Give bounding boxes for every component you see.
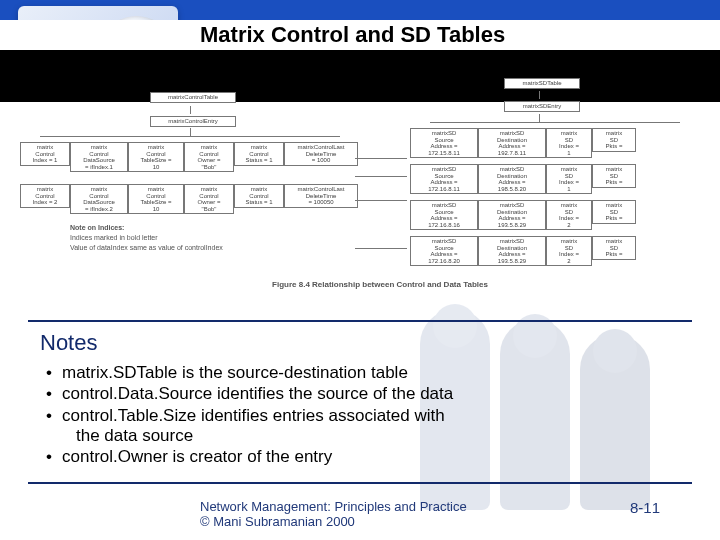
footer-credits: Network Management: Principles and Pract… bbox=[200, 499, 467, 530]
notes-heading: Notes bbox=[40, 330, 680, 356]
ctrl-r2-datasource: matrixControlDataSource= ifIndex.2 bbox=[70, 184, 128, 214]
header-black-band bbox=[0, 50, 720, 102]
connector-line bbox=[355, 248, 407, 249]
sd-r4-pkts: matrixSDPkts = bbox=[592, 236, 636, 260]
diagram-note-heading: Note on Indices: bbox=[70, 224, 270, 231]
connector-line bbox=[539, 114, 540, 122]
ctrl-r1-index: matrixControlIndex = 1 bbox=[20, 142, 70, 166]
ctrl-r1-datasource: matrixControlDataSource= ifIndex.1 bbox=[70, 142, 128, 172]
ctrl-r2-lastdelete: matrixControlLastDeleteTime= 100050 bbox=[284, 184, 358, 208]
connector-line bbox=[355, 200, 407, 201]
connector-line bbox=[190, 106, 191, 114]
notes-list: control.Owner is creator of the entry bbox=[40, 446, 680, 467]
sd-r4-src: matrixSDSourceAddress =172.16.8.20 bbox=[410, 236, 478, 266]
diagram-note-line: Indices marked in bold letter bbox=[70, 234, 290, 241]
label-matrixcontroltable: matrixControlTable bbox=[150, 92, 236, 103]
page-title: Matrix Control and SD Tables bbox=[200, 22, 505, 48]
notes-list: matrix.SDTable is the source-destination… bbox=[40, 362, 680, 426]
sd-r1-idx: matrixSDIndex =1 bbox=[546, 128, 592, 158]
ctrl-r2-owner: matrixControlOwner ="Bob" bbox=[184, 184, 234, 214]
sd-r2-dst: matrixSDDestinationAddress =198.5.8.20 bbox=[478, 164, 546, 194]
sd-r1-src: matrixSDSourceAddress =172.15.8.11 bbox=[410, 128, 478, 158]
label-matrixcontrolentry: matrixControlEntry bbox=[150, 116, 236, 127]
ctrl-r2-tablesize: matrixControlTableSize =10 bbox=[128, 184, 184, 214]
notes-section: Notes matrix.SDTable is the source-desti… bbox=[40, 330, 680, 467]
ctrl-r2-index: matrixControlIndex = 2 bbox=[20, 184, 70, 208]
divider-line bbox=[28, 482, 692, 484]
connector-line bbox=[40, 136, 340, 137]
sd-r3-pkts: matrixSDPkts = bbox=[592, 200, 636, 224]
connector-line bbox=[355, 176, 407, 177]
sd-r2-src: matrixSDSourceAddress =172.16.8.11 bbox=[410, 164, 478, 194]
figure-diagram: matrixControlTable matrixControlEntry ma… bbox=[10, 104, 710, 304]
connector-line bbox=[430, 122, 680, 123]
ctrl-r1-lastdelete: matrixControlLastDeleteTime= 1000 bbox=[284, 142, 358, 166]
sd-r2-pkts: matrixSDPkts = bbox=[592, 164, 636, 188]
diagram-note-line: Value of dataIndex same as value of cont… bbox=[70, 244, 330, 251]
ctrl-r1-owner: matrixControlOwner ="Bob" bbox=[184, 142, 234, 172]
list-item: control.Data.Source identifies the sourc… bbox=[62, 383, 680, 404]
sd-r4-dst: matrixSDDestinationAddress =193.5.8.29 bbox=[478, 236, 546, 266]
page-number: 8-11 bbox=[630, 499, 660, 516]
list-item-continuation: the data source bbox=[40, 426, 680, 446]
connector-line bbox=[355, 158, 407, 159]
footer-line: © Mani Subramanian 2000 bbox=[200, 514, 467, 530]
footer-line: Network Management: Principles and Pract… bbox=[200, 499, 467, 515]
divider-line bbox=[28, 320, 692, 322]
sd-r3-dst: matrixSDDestinationAddress =193.5.8.29 bbox=[478, 200, 546, 230]
list-item: control.Table.Size identifies entries as… bbox=[62, 405, 680, 426]
list-item: matrix.SDTable is the source-destination… bbox=[62, 362, 680, 383]
sd-r3-src: matrixSDSourceAddress =172.16.8.16 bbox=[410, 200, 478, 230]
connector-line bbox=[539, 91, 540, 99]
ctrl-r1-tablesize: matrixControlTableSize =10 bbox=[128, 142, 184, 172]
connector-line bbox=[190, 128, 191, 136]
sd-r3-idx: matrixSDIndex =2 bbox=[546, 200, 592, 230]
sd-r2-idx: matrixSDIndex =1 bbox=[546, 164, 592, 194]
label-matrixsdtable: matrixSDTable bbox=[504, 78, 580, 89]
list-item: control.Owner is creator of the entry bbox=[62, 446, 680, 467]
sd-r4-idx: matrixSDIndex =2 bbox=[546, 236, 592, 266]
footer: Network Management: Principles and Pract… bbox=[0, 499, 720, 530]
label-matrixsdentry: matrixSDEntry bbox=[504, 101, 580, 112]
sd-r1-pkts: matrixSDPkts = bbox=[592, 128, 636, 152]
title-strip: Matrix Control and SD Tables bbox=[0, 20, 720, 50]
figure-caption: Figure 8.4 Relationship between Control … bbox=[210, 280, 550, 289]
ctrl-r2-status: matrixControlStatus = 1 bbox=[234, 184, 284, 208]
ctrl-r1-status: matrixControlStatus = 1 bbox=[234, 142, 284, 166]
sd-r1-dst: matrixSDDestinationAddress =192.7.8.11 bbox=[478, 128, 546, 158]
